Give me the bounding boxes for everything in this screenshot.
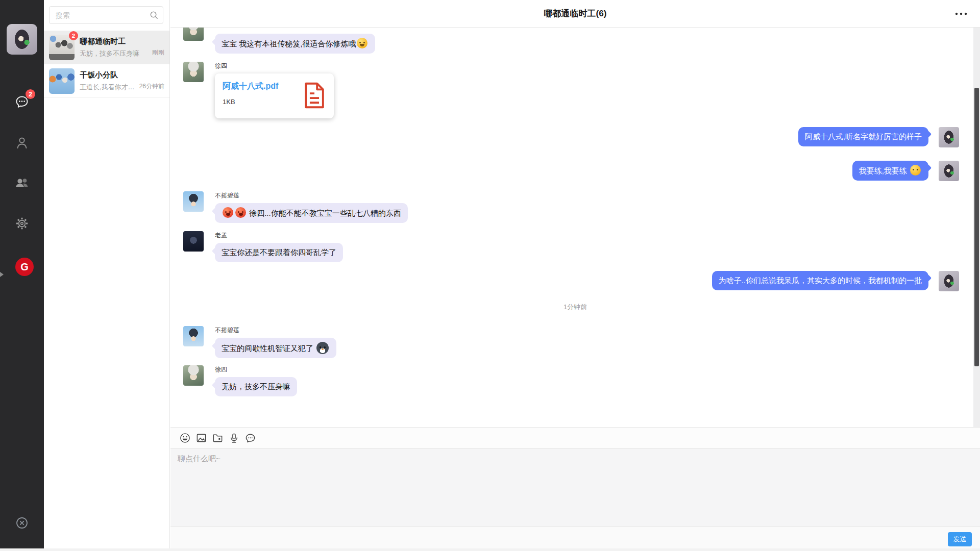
emoji-picker-button[interactable] [179, 432, 191, 444]
search-input[interactable] [49, 6, 163, 24]
image-icon [195, 432, 207, 444]
send-button[interactable]: 发送 [948, 532, 972, 546]
enraged-face-emoji [235, 207, 246, 218]
close-circle-icon [14, 515, 30, 531]
self-avatar[interactable] [939, 161, 959, 181]
message-text: 无妨，技多不压身嘛 [222, 382, 290, 391]
message-input-area [170, 449, 980, 527]
file-size: 1KB [223, 98, 278, 106]
sender-avatar[interactable] [183, 62, 204, 82]
nav-group-chats-button[interactable] [14, 175, 30, 190]
nav-rail: 2 [0, 0, 44, 551]
message-row: 阿威十八式,听名字就好厉害的样子 [170, 127, 980, 147]
message-text: 宝宝 我这有本祖传秘笈,很适合你修炼哦 [222, 39, 356, 48]
file-message-card[interactable]: 阿威十八式.pdf 1KB [215, 73, 334, 118]
sender-name: 徐四 [215, 62, 227, 70]
conversation-preview: 王道长,我看你才… [80, 82, 135, 92]
message-text: 阿威十八式,听名字就好厉害的样子 [805, 132, 922, 141]
message-text: 我要练,我要练 [859, 166, 907, 175]
chat-history-button[interactable] [244, 432, 256, 444]
sender-avatar[interactable] [183, 28, 204, 41]
mic-icon [228, 432, 240, 444]
message-bubble: 无妨，技多不压身嘛 [215, 377, 297, 396]
sender-name: 老孟 [215, 231, 227, 239]
nav-settings-button[interactable] [14, 216, 30, 231]
conversation-preview: 无妨，技多不压身嘛 [80, 48, 139, 59]
contacts-icon [14, 135, 30, 151]
message-row: 老孟 宝宝你还是不要跟着你四哥乱学了 [170, 231, 980, 262]
user-avatar[interactable] [7, 24, 37, 55]
message-row: 为啥子..你们总说我呆瓜，其实大多的时候，我都机制的一批 [170, 271, 980, 291]
sender-avatar[interactable] [183, 191, 204, 212]
chat-header: 哪都通临时工(6) [170, 0, 980, 28]
conversation-list-panel: 2 哪都通临时工 无妨，技多不压身嘛 刚刚 干饭小分队 王道长,我看你才… 26… [44, 0, 170, 551]
message-text: 徐四...你能不能不教宝宝一些乱七八糟的东西 [249, 209, 401, 217]
message-row: 不摇碧莲 宝宝的间歇性机智证又犯了 [170, 326, 980, 358]
ellipsis-icon [954, 12, 968, 15]
logout-button[interactable] [14, 515, 30, 531]
conversation-time: 刚刚 [152, 48, 164, 57]
unread-badge: 2 [26, 89, 35, 99]
emoji-icon [179, 432, 191, 444]
message-bubble: 徐四...你能不能不教宝宝一些乱七八糟的东西 [215, 203, 408, 223]
send-file-button[interactable] [212, 432, 224, 444]
face-without-mouth-emoji [910, 165, 921, 176]
send-image-button[interactable] [195, 432, 207, 444]
sender-name: 不摇碧莲 [215, 191, 239, 199]
chat-history-icon [244, 432, 256, 444]
message-row: 我要练,我要练 [170, 161, 980, 181]
chat-pane: 哪都通临时工(6) 宝宝 我这有本祖传秘笈,很适合你修炼哦 [170, 0, 980, 551]
message-row: 宝宝 我这有本祖传秘笈,很适合你修炼哦 [170, 34, 980, 54]
sender-avatar[interactable] [183, 365, 204, 386]
enraged-face-emoji [223, 207, 233, 218]
self-avatar[interactable] [939, 271, 959, 291]
sender-name: 不摇碧莲 [215, 326, 239, 334]
nav-contacts-button[interactable] [14, 135, 30, 151]
chat-app-window: 2 [0, 0, 980, 551]
file-name[interactable]: 阿威十八式.pdf [223, 81, 278, 91]
message-bubble: 宝宝的间歇性机智证又犯了 [215, 338, 336, 358]
composer: 发送 [170, 427, 980, 551]
sender-avatar[interactable] [183, 231, 204, 252]
group-chat-icon [14, 175, 30, 190]
conversation-item-nadutong[interactable]: 2 哪都通临时工 无妨，技多不压身嘛 刚刚 [44, 31, 169, 64]
message-scroll-area[interactable]: 宝宝 我这有本祖传秘笈,很适合你修炼哦 徐四 阿威十八式.pdf 1KB [170, 28, 980, 427]
voice-message-button[interactable] [228, 432, 240, 444]
conversation-item-ganfan[interactable]: 干饭小分队 王道长,我看你才… 26分钟前 [44, 64, 169, 98]
hugging-face-emoji [357, 38, 368, 48]
group-avatar [49, 68, 75, 94]
panel-collapse-arrow[interactable] [0, 272, 6, 277]
message-row: 不摇碧莲 徐四...你能不能不教宝宝一些乱七八糟的东西 [170, 191, 980, 223]
scrollbar-track[interactable] [973, 28, 980, 427]
folder-icon [212, 432, 224, 444]
g-logo[interactable]: G [15, 258, 34, 276]
time-divider: 1分钟前 [170, 303, 980, 312]
unread-count-badge: 2 [69, 31, 78, 40]
message-text: 为啥子..你们总说我呆瓜，其实大多的时候，我都机制的一批 [719, 276, 922, 285]
message-bubble: 宝宝你还是不要跟着你四哥乱学了 [215, 243, 343, 262]
settings-gear-icon [14, 216, 30, 231]
chat-title: 哪都通临时工(6) [544, 8, 607, 19]
message-bubble: 为啥子..你们总说我呆瓜，其实大多的时候，我都机制的一批 [712, 271, 928, 290]
sender-name: 徐四 [215, 365, 227, 373]
self-avatar[interactable] [939, 127, 959, 147]
message-row: 徐四 阿威十八式.pdf 1KB [170, 62, 980, 118]
conversation-time: 26分钟前 [139, 82, 164, 91]
message-bubble: 我要练,我要练 [852, 161, 928, 181]
composer-toolbar [170, 428, 980, 449]
pdf-file-icon [303, 82, 326, 109]
message-bubble: 宝宝 我这有本祖传秘笈,很适合你修炼哦 [215, 34, 375, 54]
message-text: 宝宝的间歇性机智证又犯了 [222, 344, 313, 353]
conversation-title: 哪都通临时工 [80, 36, 139, 47]
penguin-emoji [316, 342, 329, 354]
scrollbar-thumb[interactable] [974, 88, 979, 366]
sender-avatar[interactable] [183, 326, 204, 346]
message-row: 徐四 无妨，技多不压身嘛 [170, 365, 980, 396]
message-bubble: 阿威十八式,听名字就好厉害的样子 [798, 127, 928, 146]
conversation-title: 干饭小分队 [80, 69, 135, 81]
message-input[interactable] [170, 449, 980, 527]
more-menu-button[interactable] [953, 9, 969, 19]
search-icon[interactable] [149, 10, 159, 20]
message-text: 宝宝你还是不要跟着你四哥乱学了 [222, 248, 336, 257]
composer-footer: 发送 [170, 527, 980, 551]
